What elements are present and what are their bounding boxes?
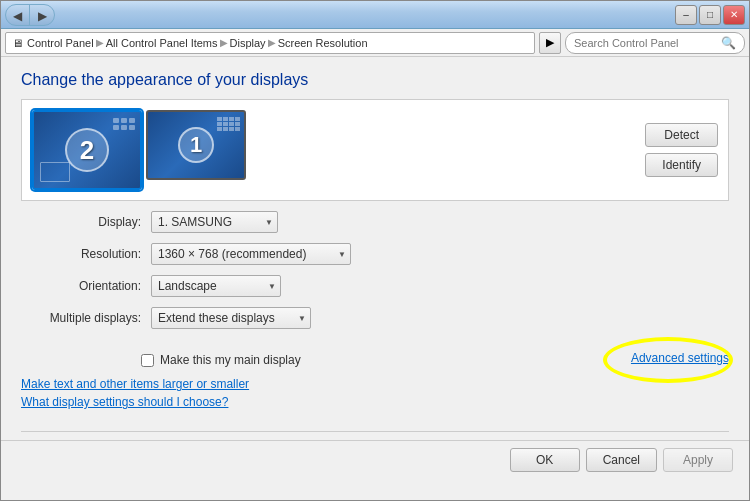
main-window: ◀ ▶ – □ ✕ 🖥 Control Panel ▶ All Control … [0, 0, 750, 501]
forward-button[interactable]: ▶ [30, 5, 54, 26]
multiple-displays-dropdown[interactable]: Extend these displays Duplicate these di… [151, 307, 311, 329]
display-settings-link[interactable]: What display settings should I choose? [21, 395, 729, 409]
maximize-button[interactable]: □ [699, 5, 721, 25]
window-controls: – □ ✕ [675, 5, 745, 25]
nav-arrows: ◀ ▶ [5, 4, 55, 26]
resolution-dropdown[interactable]: 1360 × 768 (recommended) 1280 × 720 1024… [151, 243, 351, 265]
title-bar-left: ◀ ▶ [5, 4, 55, 26]
display-row: Display: 1. SAMSUNG 2. Generic Monitor [21, 211, 729, 233]
settings-form: Display: 1. SAMSUNG 2. Generic Monitor R… [1, 201, 749, 349]
search-icon: 🔍 [721, 36, 736, 50]
monitor-1[interactable]: 1 [146, 110, 246, 180]
bottom-bar: OK Cancel Apply [1, 440, 749, 478]
search-input[interactable] [574, 37, 717, 49]
sep3: ▶ [268, 37, 276, 48]
multiple-displays-control: Extend these displays Duplicate these di… [151, 307, 311, 329]
display-dropdown-wrapper: 1. SAMSUNG 2. Generic Monitor [151, 211, 278, 233]
text-size-link[interactable]: Make text and other items larger or smal… [21, 377, 729, 391]
display-control: 1. SAMSUNG 2. Generic Monitor [151, 211, 278, 233]
orientation-row: Orientation: Landscape Portrait Landscap… [21, 275, 729, 297]
orientation-label: Orientation: [21, 279, 151, 293]
links-section: Make text and other items larger or smal… [1, 373, 749, 423]
detect-identify-buttons: Detect Identify [645, 110, 718, 190]
multiple-displays-label: Multiple displays: [21, 311, 151, 325]
sep2: ▶ [220, 37, 228, 48]
address-bar: 🖥 Control Panel ▶ All Control Panel Item… [1, 29, 749, 57]
display-dropdown[interactable]: 1. SAMSUNG 2. Generic Monitor [151, 211, 278, 233]
divider [21, 431, 729, 432]
content-area: Change the appearance of your displays 2 [1, 57, 749, 500]
monitor-2[interactable]: 2 [32, 110, 142, 190]
advanced-settings-highlight: Advanced settings [631, 351, 729, 365]
breadcrumb-screen-resolution[interactable]: Screen Resolution [278, 37, 368, 49]
breadcrumb-all-items[interactable]: All Control Panel Items [106, 37, 218, 49]
display-preview: 2 1 [32, 110, 635, 190]
resolution-row: Resolution: 1360 × 768 (recommended) 128… [21, 243, 729, 265]
resolution-label: Resolution: [21, 247, 151, 261]
resolution-dropdown-wrapper: 1360 × 768 (recommended) 1280 × 720 1024… [151, 243, 351, 265]
minimize-button[interactable]: – [675, 5, 697, 25]
back-button[interactable]: ◀ [6, 5, 30, 26]
address-go-button[interactable]: ▶ [539, 32, 561, 54]
orientation-dropdown[interactable]: Landscape Portrait Landscape (flipped) P… [151, 275, 281, 297]
advanced-link-area: Advanced settings [1, 351, 749, 365]
breadcrumb-control-panel[interactable]: Control Panel [27, 37, 94, 49]
monitor-preview-panel: 2 1 [21, 99, 729, 201]
display-label: Display: [21, 215, 151, 229]
sep1: ▶ [96, 37, 104, 48]
apply-button[interactable]: Apply [663, 448, 733, 472]
breadcrumb: 🖥 Control Panel ▶ All Control Panel Item… [12, 37, 368, 49]
detect-button[interactable]: Detect [645, 123, 718, 147]
orientation-control: Landscape Portrait Landscape (flipped) P… [151, 275, 281, 297]
multiple-displays-row: Multiple displays: Extend these displays… [21, 307, 729, 329]
search-box[interactable]: 🔍 [565, 32, 745, 54]
advanced-settings-link[interactable]: Advanced settings [631, 351, 729, 365]
monitor-1-number: 1 [178, 127, 214, 163]
identify-button[interactable]: Identify [645, 153, 718, 177]
monitor-2-number: 2 [65, 128, 109, 172]
breadcrumb-display[interactable]: Display [230, 37, 266, 49]
address-input[interactable]: 🖥 Control Panel ▶ All Control Panel Item… [5, 32, 535, 54]
multiple-displays-dropdown-wrapper: Extend these displays Duplicate these di… [151, 307, 311, 329]
ok-button[interactable]: OK [510, 448, 580, 472]
cancel-button[interactable]: Cancel [586, 448, 657, 472]
close-button[interactable]: ✕ [723, 5, 745, 25]
page-title: Change the appearance of your displays [1, 57, 749, 99]
orientation-dropdown-wrapper: Landscape Portrait Landscape (flipped) P… [151, 275, 281, 297]
title-bar: ◀ ▶ – □ ✕ [1, 1, 749, 29]
breadcrumb-icon: 🖥 [12, 37, 23, 49]
resolution-control: 1360 × 768 (recommended) 1280 × 720 1024… [151, 243, 351, 265]
